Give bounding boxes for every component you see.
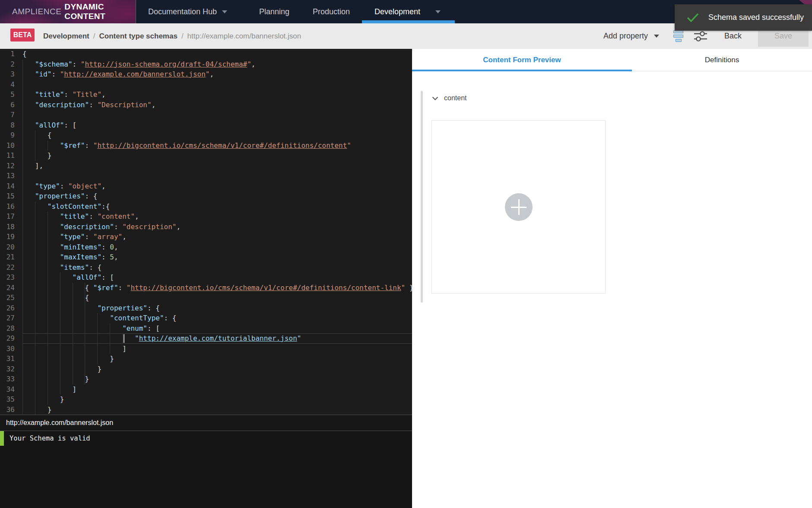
indent-guides [22,303,97,313]
code-line[interactable]: 18"description": "description", [0,222,412,232]
code-line[interactable]: 27"contentType": { [0,313,412,323]
code-line[interactable]: 10"$ref": "http://bigcontent.io/cms/sche… [0,141,412,151]
line-number: 4 [0,80,22,90]
indent-guides [22,171,35,181]
code-line[interactable]: 12], [0,161,412,171]
code-line-text: "id": "http://example.com/bannerslot.jso… [22,69,412,80]
nav-item-documentation-hub[interactable]: Documentation Hub [148,0,227,23]
breadcrumb-development[interactable]: Development [43,32,89,41]
code-editor[interactable]: 1{2"$schema": "http://json-schema.org/dr… [0,49,412,415]
indent-guides [22,252,60,262]
nav-item-planning[interactable]: Planning [259,0,289,23]
code-line[interactable]: 25{ [0,293,412,303]
code-line[interactable]: 28"enum": [ [0,323,412,334]
editor-status-zone: Your Schema is valid [0,431,412,508]
back-button[interactable]: Back [724,32,742,41]
line-number: 32 [0,364,22,374]
code-line[interactable]: 14"type": "object", [0,181,412,192]
code-line-text: ] [22,344,412,354]
schema-valid-status: Your Schema is valid [0,431,412,446]
preview-scrollbar[interactable] [421,91,423,303]
preview-tabbar: Content Form Preview Definitions [412,49,812,71]
line-number: 9 [0,130,22,141]
code-line-text: "maxItems": 5, [22,252,412,262]
code-line[interactable]: 3"id": "http://example.com/bannerslot.js… [0,69,412,80]
code-line[interactable]: 17"title": "content", [0,211,412,222]
format-schema-icon[interactable] [673,30,684,42]
line-number: 36 [0,405,22,415]
indent-guides [22,374,85,384]
tab-definitions[interactable]: Definitions [632,49,812,71]
indent-guides [22,313,110,323]
indent-guides [22,405,48,415]
code-line[interactable]: 19"type": "array", [0,232,412,242]
code-line[interactable]: 23"allOf": [ [0,272,412,283]
code-line-text: "items": { [22,262,412,273]
chevron-down-icon [435,10,441,13]
code-line[interactable]: 30] [0,344,412,354]
code-line[interactable]: 16"slotContent":{ [0,201,412,212]
line-number: 7 [0,110,22,120]
code-line[interactable]: 11} [0,150,412,161]
code-line[interactable]: 31} [0,354,412,364]
nav-item-production[interactable]: Production [313,0,350,23]
indent-guides [22,110,35,120]
content-section-label: content [444,94,466,102]
breadcrumb: Development / Content type schemas / htt… [43,23,301,49]
text-cursor [124,334,124,343]
nav-item-development[interactable]: Development [374,0,441,23]
line-number: 16 [0,201,22,212]
indent-guides [22,394,60,405]
nav-item-label: Development [374,7,420,16]
code-line[interactable]: 35} [0,394,412,405]
code-line[interactable]: 33} [0,374,412,384]
code-line[interactable]: 36} [0,405,412,415]
code-line[interactable]: 26"properties": { [0,303,412,313]
editor-settings-icon[interactable] [693,30,708,42]
indent-guides [22,201,48,212]
add-content-button[interactable] [505,193,533,221]
indent-guides [22,69,35,80]
code-line[interactable]: 15"properties": { [0,191,412,201]
line-number: 19 [0,232,22,242]
line-number: 34 [0,384,22,395]
indent-guides [22,323,122,334]
code-line-text: "minItems": 0, [22,242,412,252]
code-line[interactable]: 13 [0,171,412,181]
tab-content-form-preview[interactable]: Content Form Preview [412,49,632,71]
content-section-toggle[interactable]: content [432,94,466,102]
code-line[interactable]: 7 [0,110,412,120]
line-number: 24 [0,283,22,293]
code-line[interactable]: 34] [0,384,412,395]
line-number: 35 [0,394,22,405]
code-line[interactable]: 8"allOf": [ [0,120,412,131]
code-line[interactable]: 9{ [0,130,412,141]
code-line[interactable]: 24{ "$ref": "http://bigcontent.io/cms/sc… [0,283,412,293]
toast-message: Schema saved successfully [708,13,804,22]
code-line-text: "$ref": "http://bigcontent.io/cms/schema… [22,141,412,151]
code-line-text: "type": "object", [22,181,412,192]
code-line[interactable]: 2"$schema": "http://json-schema.org/draf… [0,59,412,70]
plus-icon [518,199,520,215]
nav-item-label: Planning [259,7,289,16]
line-number: 5 [0,89,22,100]
code-line[interactable]: 5"title": "Title", [0,89,412,100]
code-line[interactable]: 4 [0,80,412,90]
chevron-down-icon [222,10,227,13]
bar [673,35,683,38]
code-line-text: } [22,354,412,364]
editor-filename: http://example.com/bannerslot.json [6,419,113,427]
code-line-text: } [22,364,412,374]
indent-guides [22,120,35,131]
code-line[interactable]: 21"maxItems": 5, [0,252,412,262]
code-line[interactable]: 32} [0,364,412,374]
breadcrumb-content-type-schemas[interactable]: Content type schemas [99,32,177,41]
code-line[interactable]: 1{ [0,49,412,59]
code-line[interactable]: 22"items": { [0,262,412,273]
add-property-dropdown[interactable]: Add property [603,32,659,41]
line-number: 1 [0,49,22,59]
code-line[interactable]: 6"description": "Description", [0,100,412,110]
indent-guides [22,242,60,252]
code-line[interactable]: 29"http://example.com/tutorialbanner.jso… [0,333,412,344]
code-line[interactable]: 20"minItems": 0, [0,242,412,252]
